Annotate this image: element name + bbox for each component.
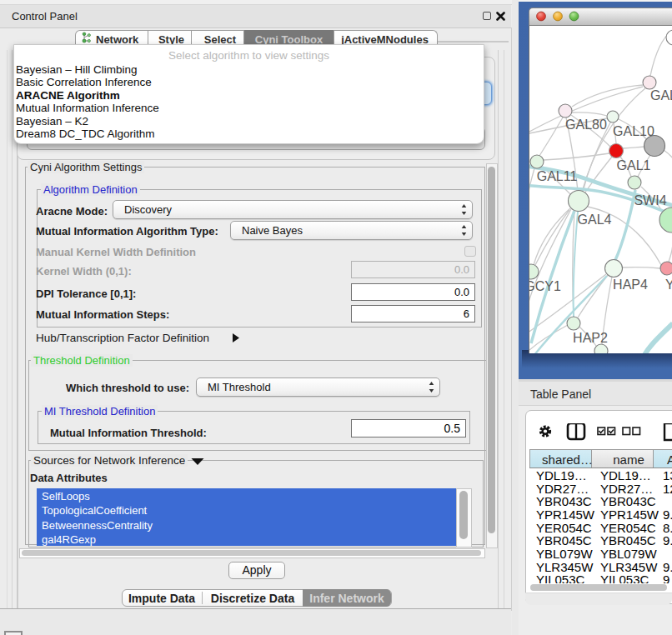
svg-text:GAL1: GAL1 [617,158,651,172]
svg-text:GAL2: GAL2 [650,88,672,102]
svg-text:GAL80: GAL80 [565,118,607,132]
svg-text:Y: Y [665,278,672,292]
svg-text:GAL10: GAL10 [613,124,654,138]
svg-text:SWI4: SWI4 [634,193,666,208]
svg-text:HAP2: HAP2 [573,331,608,345]
svg-text:GAL4: GAL4 [578,212,612,227]
svg-text:GAL11: GAL11 [537,169,578,183]
svg-text:HAP4: HAP4 [613,278,648,292]
svg-text:GCY1: GCY1 [529,279,561,293]
